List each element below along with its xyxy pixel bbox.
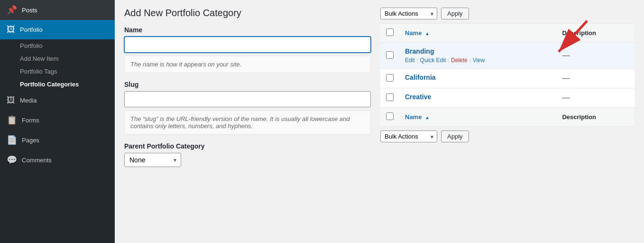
row-check-branding bbox=[380, 43, 399, 69]
row-name-creative: Creative bbox=[399, 88, 556, 108]
slug-hint: The “slug” is the URL-friendly version o… bbox=[124, 110, 371, 135]
sidebar-item-forms[interactable]: 📋 Forms bbox=[0, 110, 115, 130]
table-container: Name ▲ Description bbox=[380, 23, 635, 127]
sidebar-item-comments[interactable]: 💬 Comments bbox=[0, 150, 115, 170]
branding-edit-action[interactable]: Edit bbox=[405, 57, 415, 64]
bulk-actions-bottom-wrap: Bulk Actions ▼ bbox=[380, 131, 437, 142]
slug-field-group: Slug The “slug” is the URL-friendly vers… bbox=[124, 81, 371, 135]
sidebar-sub-item-portfolio-categories[interactable]: Portfolio Categories bbox=[20, 78, 115, 91]
apply-bottom-button[interactable]: Apply bbox=[441, 131, 469, 142]
creative-link[interactable]: Creative bbox=[405, 93, 551, 101]
name-field-group: Name The name is how it appears on your … bbox=[124, 26, 371, 73]
name-hint: The name is how it appears on your site. bbox=[124, 56, 371, 73]
sidebar-sub-item-portfolio[interactable]: Portfolio bbox=[20, 39, 115, 52]
row-name-california: California bbox=[399, 69, 556, 88]
tf-description: Description bbox=[556, 108, 635, 127]
table-footer-row: Name ▲ Description bbox=[380, 108, 635, 127]
parent-select-wrap: None ▼ bbox=[124, 153, 181, 167]
branding-link[interactable]: Branding bbox=[405, 47, 551, 55]
sidebar-item-posts[interactable]: 📌 Posts bbox=[0, 0, 115, 20]
form-panel: Add New Portfolio Category Name The name… bbox=[124, 8, 371, 175]
branding-quick-edit-action[interactable]: Quick Edit bbox=[420, 57, 446, 64]
row-check-california bbox=[380, 69, 399, 88]
table-header-row: Name ▲ Description bbox=[380, 24, 635, 43]
sidebar-item-portfolio-label: Portfolio bbox=[20, 26, 43, 33]
categories-table: Name ▲ Description bbox=[380, 23, 635, 127]
checkbox-creative[interactable] bbox=[386, 93, 394, 101]
creative-description: — bbox=[556, 88, 635, 108]
branding-description: — bbox=[556, 43, 635, 69]
table-panel: Bulk Actions ▼ Apply bbox=[380, 8, 635, 175]
th-description: Description bbox=[556, 24, 635, 43]
apply-top-button[interactable]: Apply bbox=[441, 8, 469, 19]
bulk-actions-top-wrap: Bulk Actions ▼ bbox=[380, 8, 437, 19]
sidebar: 📌 Posts 🖼 Portfolio Portfolio Add New It… bbox=[0, 0, 115, 243]
sidebar-item-media[interactable]: 🖼 Media bbox=[0, 91, 115, 110]
checkbox-california[interactable] bbox=[386, 74, 394, 82]
media-icon: 🖼 bbox=[7, 95, 15, 105]
name-col-header[interactable]: Name ▲ bbox=[405, 29, 430, 37]
forms-icon: 📋 bbox=[7, 115, 17, 125]
page-title: Add New Portfolio Category bbox=[124, 8, 371, 19]
california-link[interactable]: California bbox=[405, 74, 551, 81]
comments-icon: 💬 bbox=[7, 155, 17, 165]
branding-view-action[interactable]: View bbox=[473, 57, 485, 64]
bulk-actions-bottom-select[interactable]: Bulk Actions bbox=[380, 131, 437, 142]
sidebar-item-pages[interactable]: 📄 Pages bbox=[0, 130, 115, 150]
bulk-actions-top-select[interactable]: Bulk Actions bbox=[380, 8, 437, 19]
slug-input[interactable] bbox=[124, 91, 371, 107]
sidebar-sub-item-add-new-item[interactable]: Add New Item bbox=[20, 52, 115, 65]
parent-label: Parent Portfolio Category bbox=[124, 142, 371, 150]
tf-name: Name ▲ bbox=[399, 108, 556, 127]
sidebar-sub-item-portfolio-tags[interactable]: Portfolio Tags bbox=[20, 65, 115, 78]
name-sort-arrow: ▲ bbox=[425, 31, 430, 36]
top-toolbar: Bulk Actions ▼ Apply bbox=[380, 8, 635, 19]
row-name-branding: Branding Edit | Quick Edit | Delete | Vi… bbox=[399, 43, 556, 69]
sidebar-submenu-portfolio: Portfolio Add New Item Portfolio Tags Po… bbox=[0, 39, 115, 91]
checkbox-branding[interactable] bbox=[386, 51, 394, 59]
california-description: — bbox=[556, 69, 635, 88]
tf-checkbox bbox=[380, 108, 399, 127]
parent-select[interactable]: None bbox=[124, 153, 181, 167]
table-row: Branding Edit | Quick Edit | Delete | Vi… bbox=[380, 43, 635, 69]
sidebar-item-media-label: Media bbox=[20, 97, 37, 104]
footer-name-sort-arrow: ▲ bbox=[425, 115, 430, 120]
name-label: Name bbox=[124, 26, 371, 34]
row-check-creative bbox=[380, 88, 399, 108]
content-area: Add New Portfolio Category Name The name… bbox=[115, 0, 644, 182]
table-row: California — bbox=[380, 69, 635, 88]
sidebar-item-portfolio[interactable]: 🖼 Portfolio bbox=[0, 20, 115, 39]
branding-row-actions: Edit | Quick Edit | Delete | View bbox=[405, 57, 551, 64]
th-name: Name ▲ bbox=[399, 24, 556, 43]
sidebar-item-comments-label: Comments bbox=[22, 157, 52, 164]
portfolio-icon: 🖼 bbox=[7, 25, 15, 35]
name-input[interactable] bbox=[124, 37, 371, 53]
table-row: Creative — bbox=[380, 88, 635, 108]
posts-icon: 📌 bbox=[7, 5, 17, 15]
slug-label: Slug bbox=[124, 81, 371, 88]
th-checkbox bbox=[380, 24, 399, 43]
pages-icon: 📄 bbox=[7, 135, 17, 145]
bottom-toolbar: Bulk Actions ▼ Apply bbox=[380, 131, 635, 142]
select-all-checkbox-bottom[interactable] bbox=[386, 112, 394, 120]
footer-name-col-header[interactable]: Name ▲ bbox=[405, 113, 430, 121]
sidebar-item-forms-label: Forms bbox=[22, 117, 39, 124]
parent-field-group: Parent Portfolio Category None ▼ bbox=[124, 142, 371, 167]
sidebar-item-posts-label: Posts bbox=[22, 7, 37, 14]
branding-delete-action[interactable]: Delete bbox=[451, 57, 468, 64]
main-content: Add New Portfolio Category Name The name… bbox=[115, 0, 644, 243]
sidebar-item-pages-label: Pages bbox=[22, 137, 39, 144]
select-all-checkbox-top[interactable] bbox=[386, 28, 394, 36]
